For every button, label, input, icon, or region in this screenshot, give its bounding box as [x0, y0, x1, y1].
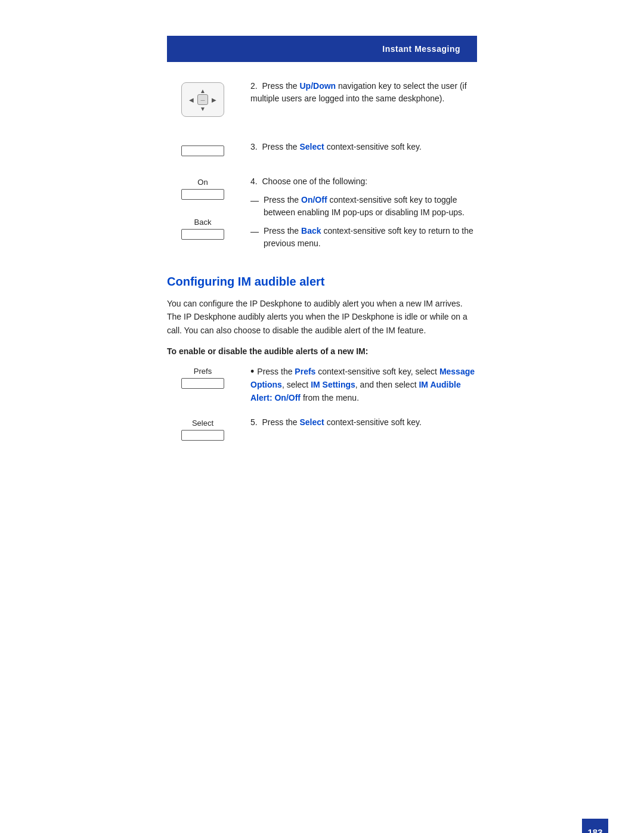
step2-left: ▲ ◀ — ▶ [167, 80, 239, 122]
step5-left: Select [167, 416, 239, 441]
subheading-wrapper: To enable or disable the audible alerts … [167, 346, 477, 356]
step3-select-link: Select [300, 142, 324, 151]
step4-text: 4. Choose one of the following: — Press … [239, 175, 477, 256]
on-item: On [181, 178, 224, 200]
select-softkey-btn-2[interactable] [181, 430, 224, 441]
page-number: 183 [587, 827, 602, 834]
bullet-prefs-row: Prefs • Press the Prefs context-sensitiv… [167, 366, 477, 404]
back-softkey-btn[interactable] [181, 229, 224, 240]
prefs-softkey-btn[interactable] [181, 378, 224, 389]
step2-updown-link: Up/Down [300, 81, 336, 91]
header-title: Instant Messaging [382, 44, 460, 54]
page-container: Instant Messaging ▲ ◀ [0, 36, 644, 833]
right-arrow-icon: ▶ [212, 97, 216, 103]
back-label: Back [194, 218, 212, 227]
step2-row: ▲ ◀ — ▶ [167, 80, 477, 122]
bullet-step-wrapper: Prefs • Press the Prefs context-sensitiv… [167, 366, 477, 441]
section-body: You can configure the IP Deskphone to au… [167, 297, 477, 337]
nav-key-inner: ▲ ◀ — ▶ [187, 86, 219, 113]
header-bar: Instant Messaging [167, 36, 477, 62]
step3-row: 3. Press the Select context-sensitive so… [167, 141, 477, 156]
step4-row: On Back 4. Choose one of the following: … [167, 175, 477, 256]
down-arrow-icon: ▼ [200, 106, 206, 112]
nav-key-illustration: ▲ ◀ — ▶ [181, 82, 224, 117]
step5-select-link: Select [300, 417, 324, 427]
select-label-2: Select [192, 419, 213, 428]
step5-number: 5. [250, 417, 258, 427]
page-number-box: 183 [582, 819, 608, 833]
step4-number: 4. [250, 176, 262, 186]
bullet-prefs-content: Press the Prefs context-sensitive soft k… [250, 367, 475, 402]
on-softkey-btn[interactable] [181, 189, 224, 200]
dash-item-1: — Press the On/Off context-sensitive sof… [250, 194, 477, 219]
dash-1-text: Press the On/Off context-sensitive soft … [264, 194, 477, 219]
step5-row: Select 5. Press the Select context-sensi… [167, 416, 477, 441]
on-label: On [197, 178, 208, 187]
dash-1: — [250, 194, 259, 207]
section-subheading: To enable or disable the audible alerts … [167, 346, 477, 356]
step5-text: 5. Press the Select context-sensitive so… [239, 416, 477, 429]
dash-item-2: — Press the Back context-sensitive soft … [250, 225, 477, 250]
step3-left [167, 141, 239, 156]
bullet-dot-icon: • [250, 366, 254, 379]
onoff-buttons: On Back [181, 178, 224, 240]
section-heading: Configuring IM audible alert [167, 275, 477, 289]
section-wrapper: Configuring IM audible alert [167, 275, 477, 289]
select-softkey-btn-1[interactable] [181, 145, 224, 156]
prefs-label: Prefs [194, 367, 212, 376]
step3-number: 3. [250, 142, 262, 151]
dash-2: — [250, 225, 259, 238]
up-arrow-icon: ▲ [200, 88, 206, 94]
step2-text: 2. Press the Up/Down navigation key to s… [239, 80, 477, 105]
step4-left: On Back [167, 175, 239, 240]
left-arrow-icon: ◀ [189, 97, 194, 103]
content-area: ▲ ◀ — ▶ [167, 62, 477, 256]
step2-number: 2. [250, 81, 262, 91]
bullet-prefs-text: • Press the Prefs context-sensitive soft… [239, 366, 477, 404]
step3-text: 3. Press the Select context-sensitive so… [239, 141, 477, 153]
nav-center-button: — [197, 94, 208, 105]
back-item: Back [181, 218, 224, 240]
dash-2-text: Press the Back context-sensitive soft ke… [264, 225, 477, 250]
bullet-prefs-left: Prefs [167, 366, 239, 389]
